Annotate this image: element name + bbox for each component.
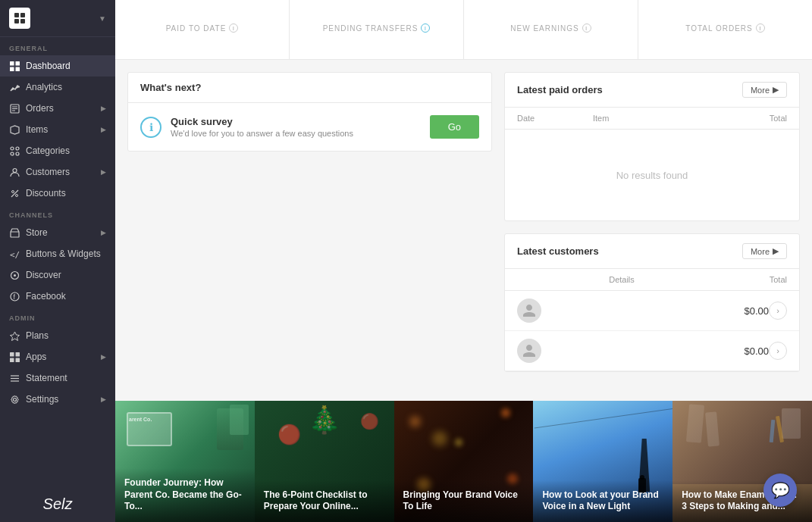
survey-row: ℹ Quick survey We'd love for you to answ… (128, 103, 491, 151)
discover-icon (9, 270, 20, 280)
stats-row: PAID TO DATE i PENDING TRANSFERS i NEW E… (115, 0, 812, 60)
blog-card-brand-voice[interactable]: Bringing Your Brand Voice To Life (394, 401, 534, 522)
svg-point-23 (14, 274, 16, 277)
sidebar-footer: Selz (0, 486, 115, 522)
apps-chevron-icon: ▶ (101, 353, 106, 361)
sidebar-item-customers[interactable]: Customers ▶ (0, 161, 115, 183)
customer-arrow-1[interactable]: › (769, 302, 787, 320)
customer-avatar-2 (517, 339, 541, 363)
orders-label: Orders (26, 103, 54, 114)
sidebar-item-orders[interactable]: Orders ▶ (0, 98, 115, 119)
svg-rect-2 (14, 19, 19, 23)
customers-chevron-icon: ▶ (101, 168, 106, 176)
sidebar-item-buttons[interactable]: </> Buttons & Widgets (0, 243, 115, 264)
blog-card-brand-voice-light[interactable]: How to Look at your Brand Voice in a New… (533, 401, 672, 522)
items-chevron-icon: ▶ (101, 126, 106, 133)
sidebar-item-plans[interactable]: Plans (0, 325, 115, 346)
orders-col-total: Total (726, 114, 787, 123)
blog-card-enamel-pins[interactable]: How to Make Enamel Pins: 3 Steps to Maki… (672, 401, 812, 522)
customer-avatar-1 (517, 299, 541, 323)
latest-orders-card: Latest paid orders More ▶ Date Item Tota… (504, 72, 800, 221)
stat-pending-transfers: PENDING TRANSFERS i (290, 0, 464, 59)
sidebar-header[interactable]: ▼ (0, 0, 115, 37)
new-earnings-info-icon[interactable]: i (582, 23, 591, 33)
survey-text: Quick survey We'd love for you to answer… (171, 116, 421, 138)
latest-customers-title: Latest customers (517, 245, 599, 257)
facebook-label: Facebook (26, 291, 66, 302)
apps-label: Apps (26, 352, 46, 362)
plans-label: Plans (26, 330, 49, 341)
sidebar-item-facebook[interactable]: f Facebook (0, 286, 115, 307)
general-section-label: GENERAL (0, 37, 115, 55)
svg-point-12 (11, 147, 14, 150)
latest-orders-more-button[interactable]: More ▶ (742, 82, 787, 98)
sidebar-item-discover[interactable]: Discover (0, 264, 115, 286)
customers-col-details: Details (517, 275, 726, 284)
pending-transfers-info-icon[interactable]: i (421, 23, 430, 33)
selz-logo: Selz (43, 495, 73, 513)
sidebar-item-analytics[interactable]: Analytics (0, 77, 115, 98)
blog-card-title-4: How to Look at your Brand Voice in a New… (542, 489, 663, 513)
items-label: Items (26, 124, 48, 135)
svg-rect-7 (15, 67, 20, 71)
settings-label: Settings (26, 394, 58, 405)
chat-bubble[interactable]: 💬 (763, 474, 797, 507)
blog-card-checklist[interactable]: 🎄 🔴 🔴 The 6-Point Checklist to Prepare Y… (255, 401, 394, 522)
svg-rect-4 (10, 61, 14, 66)
sidebar-item-discounts[interactable]: Discounts (0, 183, 115, 204)
latest-customers-card: Latest customers More ▶ Details Total $0… (504, 233, 800, 372)
svg-rect-29 (10, 358, 14, 362)
sidebar-chevron-icon: ▼ (99, 14, 106, 23)
orders-chevron-icon: ▶ (101, 105, 106, 112)
facebook-icon: f (9, 291, 20, 302)
blog-card-title-1: Founder Journey: How Parent Co. Became t… (124, 477, 246, 513)
stat-total-orders: TOTAL ORDERS i (638, 0, 812, 59)
left-panel: What's next? ℹ Quick survey We'd love fo… (127, 72, 492, 389)
customers-table-header: Details Total (505, 269, 799, 291)
customer-row-2: $0.00 › (505, 331, 799, 371)
total-orders-info-icon[interactable]: i (756, 23, 765, 33)
latest-customers-more-button[interactable]: More ▶ (742, 243, 787, 259)
customers-icon (9, 167, 20, 177)
customer-total-2: $0.00 (708, 345, 769, 357)
blog-card-title-2: The 6-Point Checklist to Prepare Your On… (264, 489, 385, 513)
store-logo (9, 8, 30, 29)
survey-go-button[interactable]: Go (430, 115, 479, 139)
sidebar-item-categories[interactable]: Categories (0, 140, 115, 161)
paid-to-date-label: PAID TO DATE i (166, 23, 239, 33)
customer-arrow-2[interactable]: › (769, 342, 787, 360)
paid-to-date-info-icon[interactable]: i (229, 23, 238, 33)
sidebar-item-dashboard[interactable]: Dashboard (0, 55, 115, 77)
sidebar-item-store[interactable]: Store ▶ (0, 222, 115, 243)
plans-icon (9, 330, 20, 341)
svg-rect-3 (20, 19, 25, 23)
customer-total-1: $0.00 (708, 305, 769, 317)
store-label: Store (26, 227, 48, 238)
customers-label: Customers (26, 167, 70, 177)
survey-title: Quick survey (171, 116, 421, 127)
admin-section-label: ADMIN (0, 307, 115, 325)
latest-orders-title: Latest paid orders (517, 84, 603, 95)
settings-chevron-icon: ▶ (101, 395, 106, 403)
svg-rect-28 (15, 352, 20, 357)
svg-rect-1 (20, 13, 25, 17)
settings-icon (9, 394, 20, 405)
sidebar-item-settings[interactable]: Settings ▶ (0, 389, 115, 410)
stat-new-earnings: NEW EARNINGS i (464, 0, 638, 59)
whats-next-card: What's next? ℹ Quick survey We'd love fo… (127, 72, 492, 152)
svg-point-19 (15, 194, 17, 196)
sidebar-item-items[interactable]: Items ▶ (0, 119, 115, 140)
svg-point-17 (11, 190, 14, 192)
whats-next-header: What's next? (128, 73, 491, 103)
blog-card-founder-journey[interactable]: arent Co. Founder Journey: How Parent Co… (115, 401, 255, 522)
sidebar-item-statement[interactable]: Statement (0, 367, 115, 389)
blog-card-title-3: Bringing Your Brand Voice To Life (403, 489, 525, 513)
sidebar-item-apps[interactable]: Apps ▶ (0, 346, 115, 367)
svg-rect-5 (15, 61, 20, 66)
right-panel: Latest paid orders More ▶ Date Item Tota… (504, 72, 800, 389)
svg-line-18 (11, 190, 18, 197)
svg-text:f: f (13, 293, 15, 301)
analytics-label: Analytics (26, 82, 62, 92)
svg-point-34 (13, 398, 16, 401)
content-area: What's next? ℹ Quick survey We'd love fo… (115, 60, 812, 401)
